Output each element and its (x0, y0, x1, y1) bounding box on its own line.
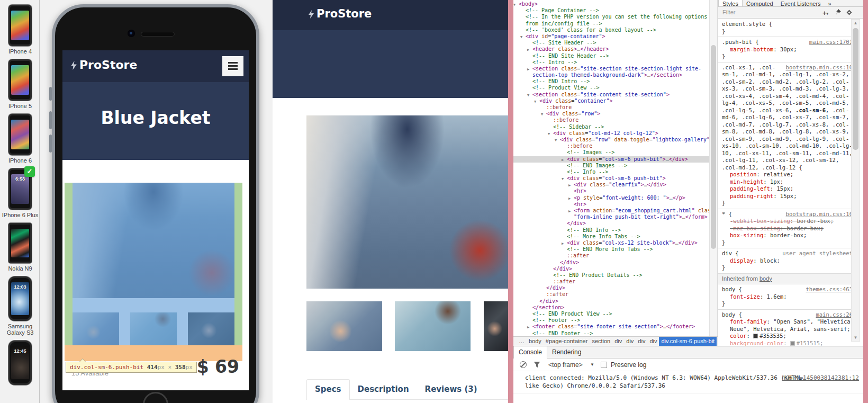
expand-arrow-open[interactable]: ▼ (541, 111, 543, 117)
device-thumbnail[interactable]: 6:58✓ (8, 168, 32, 210)
tree-line[interactable]: <!-- More Info Tabs --> (513, 234, 709, 240)
tree-line[interactable]: <hr> (513, 188, 709, 194)
tree-line[interactable]: <!-- END Info --> (513, 227, 709, 234)
breadcrumb-item[interactable]: div (636, 337, 647, 346)
device-list-item[interactable]: IPhone 4 (0, 5, 40, 55)
tree-line[interactable]: <!-- In the PHP version you can set the … (513, 14, 709, 20)
pin-icon[interactable] (835, 9, 841, 17)
css-property[interactable]: font-family: "Open Sans", "Helvetica Neu… (722, 318, 853, 333)
device-thumbnail[interactable] (8, 114, 32, 155)
tree-line[interactable]: ▶<div class="col-sm-6 push-bit">…</div> (513, 156, 709, 163)
breadcrumb-item[interactable]: div (624, 337, 636, 346)
tree-line[interactable]: section-top themed-background-dark">…</s… (513, 72, 709, 78)
product-main-image[interactable] (73, 183, 234, 298)
tree-line[interactable]: </div> (513, 259, 709, 266)
tree-line[interactable]: <!-- END Site Header --> (513, 53, 709, 59)
tree-line[interactable]: ▼<div class="row"> (513, 111, 709, 117)
rule-source-link[interactable]: bootstrap.min.css:10 (786, 211, 853, 218)
tree-line[interactable]: ▶<div class="col-xs-12 site-block">…</di… (513, 240, 709, 246)
styles-scrollbar[interactable]: ▲ ▼ (851, 19, 860, 342)
scrollbar-thumb[interactable] (711, 45, 716, 249)
tree-line[interactable]: </div> (513, 285, 709, 291)
toggle-element-state-icon[interactable] (846, 9, 853, 17)
css-property[interactable]: padding-left: 15px; (722, 185, 853, 193)
css-rule[interactable]: user agent stylesheetdiv {display: block… (718, 248, 855, 274)
tree-line[interactable]: <!-- END Intro --> (513, 78, 709, 85)
device-list-item[interactable]: IPhone 5 (0, 59, 40, 109)
styles-tab-computed[interactable]: Computed (743, 0, 777, 7)
css-rule[interactable]: bootstrap.min.css:10* {-webkit-box-sizin… (718, 209, 855, 249)
tab-specs[interactable]: Specs (306, 379, 350, 400)
rule-source-link[interactable]: themes.css:463 (806, 286, 853, 293)
expand-arrow-closed[interactable]: ▶ (527, 66, 529, 72)
tab-reviews-3-[interactable]: Reviews (3) (417, 380, 485, 399)
tree-line[interactable]: <!-- END Footer --> (513, 330, 709, 336)
css-property[interactable]: color: #353535; (722, 333, 853, 340)
device-list-item[interactable]: 6:58✓IPhone 6 Plus (0, 168, 40, 218)
styles-tab-event-listeners[interactable]: Event Listeners (777, 0, 825, 7)
new-style-rule-button[interactable]: +▾ (822, 9, 828, 17)
tree-line[interactable]: <!-- END More Info Tabs --> (513, 246, 709, 253)
tree-line[interactable]: ▼<div id="page-container"> (513, 33, 709, 40)
tree-line[interactable]: ::before (513, 117, 709, 123)
breadcrumb-item[interactable]: div.col-sm-6.push-bit (659, 337, 717, 346)
inherited-target-link[interactable]: body (760, 275, 772, 282)
expand-arrow-closed[interactable]: ▶ (568, 195, 571, 201)
css-property[interactable]: font-size: 1.6em; (722, 293, 853, 301)
filter-icon[interactable] (534, 361, 540, 369)
tree-line[interactable]: ::after (513, 253, 709, 259)
tree-line[interactable]: <!-- END Product Details --> (513, 272, 709, 279)
tree-line[interactable]: <!-- Intro --> (513, 59, 709, 66)
expand-arrow-open[interactable]: ▼ (534, 98, 536, 104)
css-rule[interactable]: bootstrap.min.css:10.col-xs-1, .col-sm-1… (718, 62, 855, 209)
product-thumbnail-1[interactable] (73, 312, 119, 345)
product-thumbnail-1[interactable] (306, 301, 382, 351)
tree-line[interactable]: <hr> (513, 201, 709, 208)
css-property[interactable]: margin-bottom: 30px; (722, 46, 853, 53)
tree-line[interactable]: <!-- Footer --> (513, 317, 709, 324)
css-property[interactable]: padding-right: 15px; (722, 193, 853, 200)
console-source-link[interactable]: hub?v=1450038142381:12 (782, 374, 859, 382)
expand-arrow-closed[interactable]: ▶ (562, 240, 564, 246)
styles-tab--[interactable]: » (825, 0, 835, 7)
scroll-up-arrow[interactable]: ▲ (852, 21, 860, 25)
tree-line[interactable]: ::after (513, 291, 709, 298)
frame-context-select[interactable]: <top frame> (548, 361, 583, 369)
tree-line[interactable]: <!-- Page Container --> (513, 7, 709, 14)
device-thumbnail[interactable]: 12:03 (8, 276, 32, 321)
tree-line[interactable]: <!-- Site Header --> (513, 40, 709, 46)
rule-source-link[interactable]: main.css:26 (816, 311, 853, 319)
expand-arrow-closed[interactable]: ▶ (568, 208, 571, 214)
clear-console-icon[interactable] (520, 361, 527, 368)
console-tab-console[interactable]: Console (513, 346, 547, 359)
expand-arrow-open[interactable]: ▼ (562, 176, 564, 182)
tree-line[interactable]: from inc/config file --> (513, 21, 709, 27)
tree-line[interactable]: </div> (513, 298, 709, 305)
site-logo[interactable]: ProStore (309, 7, 372, 21)
scroll-down-arrow[interactable]: ▼ (852, 335, 860, 340)
expand-arrow-open[interactable]: ▼ (513, 2, 516, 7)
expand-arrow-closed[interactable]: ▶ (527, 47, 529, 52)
rule-source-link[interactable]: main.css:1701 (809, 39, 853, 46)
product-thumbnail-3[interactable] (484, 301, 508, 351)
css-property[interactable]: -moz-box-sizing: border-box; (722, 225, 853, 232)
expand-arrow-open[interactable]: ▼ (555, 137, 557, 143)
tree-line[interactable]: ▼<div class="row" data-toggle="lightbox-… (513, 137, 709, 143)
scrollbar-thumb[interactable] (853, 28, 858, 150)
device-list-item[interactable]: IPhone 6 (0, 114, 40, 164)
css-property[interactable]: position: relative; (722, 171, 853, 178)
tree-line[interactable]: <!-- Sidebar --> (513, 124, 709, 130)
tree-line[interactable]: ▼<div class="container"> (513, 98, 709, 104)
tree-line[interactable]: ▶<div class="clearfix">…</div> (513, 182, 709, 188)
breadcrumb-item[interactable]: #page-container (544, 337, 590, 346)
device-thumbnail[interactable]: 12:45 (8, 341, 32, 385)
css-rule[interactable]: themes.css:463body {font-size: 1.6em;} (718, 284, 855, 310)
tree-line[interactable]: ▼<section class="site-content site-secti… (513, 92, 709, 98)
tree-line[interactable]: </section> (513, 305, 709, 311)
elements-scrollbar[interactable] (709, 0, 718, 336)
device-thumbnail[interactable] (8, 5, 32, 46)
expand-arrow-closed[interactable]: ▶ (562, 157, 564, 163)
expand-arrow-closed[interactable]: ▶ (568, 182, 571, 188)
css-rule[interactable]: element.style {} (718, 19, 855, 37)
css-rule[interactable]: main.css:1701.push-bit {margin-bottom: 3… (718, 37, 855, 62)
